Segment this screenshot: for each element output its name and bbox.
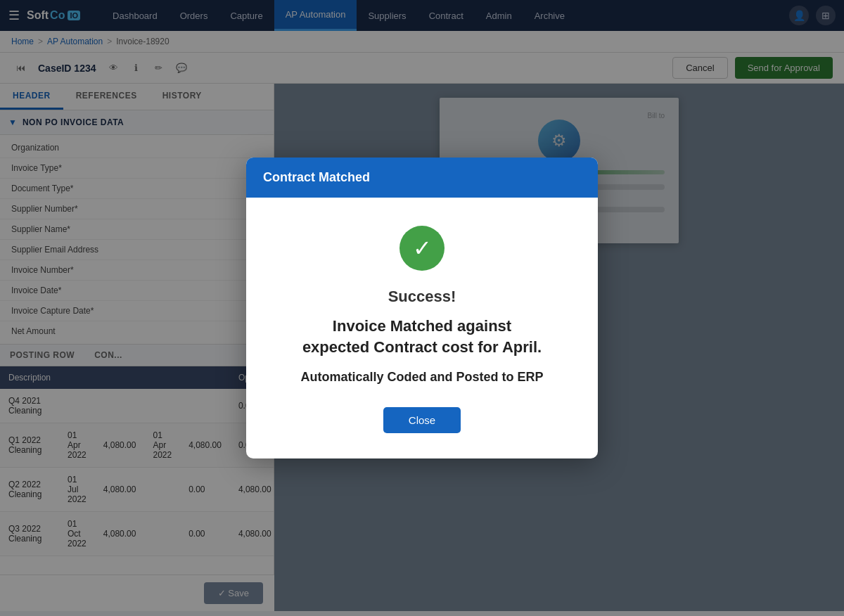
modal-success-text: Success! (267, 288, 577, 306)
modal-title: Contract Matched (263, 170, 581, 185)
success-check-icon: ✓ (399, 226, 445, 271)
modal-overlay: Contract Matched ✓ Success! Invoice Matc… (0, 0, 844, 616)
close-modal-button[interactable]: Close (383, 407, 461, 433)
modal-main-message: Invoice Matched againstexpected Contract… (267, 316, 577, 357)
contract-matched-modal: Contract Matched ✓ Success! Invoice Matc… (246, 158, 598, 458)
modal-sub-message: Automatically Coded and Posted to ERP (267, 370, 577, 385)
modal-body: ✓ Success! Invoice Matched againstexpect… (246, 198, 598, 458)
modal-header: Contract Matched (246, 158, 598, 198)
